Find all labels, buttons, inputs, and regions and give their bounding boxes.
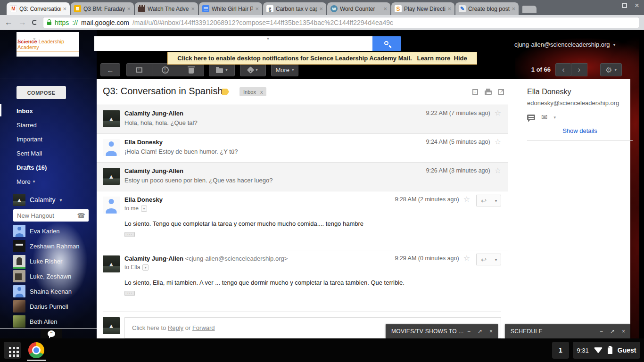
compose-button[interactable]: COMPOSE bbox=[17, 86, 66, 99]
notification-counter[interactable]: 1 bbox=[552, 342, 569, 359]
show-trimmed-content-button[interactable]: ⋯ bbox=[124, 291, 135, 296]
sidebar-item-inbox[interactable]: Inbox bbox=[17, 106, 33, 116]
chat-contact[interactable]: Shaina Keenan bbox=[13, 285, 72, 297]
chat-contact[interactable]: Eva Karlen bbox=[13, 225, 60, 237]
tab-close-icon[interactable]: × bbox=[447, 5, 451, 12]
label-tag-icon[interactable] bbox=[222, 89, 229, 95]
expand-all-icon[interactable]: ↓ bbox=[472, 89, 478, 95]
docked-window-movies[interactable]: MOVIES/TV SHOWS TO ... − ↗ × bbox=[386, 324, 498, 338]
new-tab-button[interactable] bbox=[522, 6, 537, 13]
report-spam-button[interactable]: ! bbox=[152, 63, 178, 76]
tab-gmail[interactable]: M Q3: Conversation × bbox=[7, 2, 70, 15]
chat-contact[interactable]: Luke Risher bbox=[13, 255, 62, 267]
tab-close-icon[interactable]: × bbox=[319, 5, 323, 12]
message-row-collapsed[interactable]: ▲ Calamity Jung-Allen Hola, hola, hola. … bbox=[97, 105, 508, 133]
email-icon[interactable]: ✉ bbox=[541, 115, 547, 120]
reply-link[interactable]: Reply bbox=[168, 324, 183, 331]
more-actions-button[interactable]: More▾ bbox=[271, 63, 298, 76]
older-conversation-button[interactable]: › bbox=[571, 63, 587, 76]
chip-remove-icon[interactable]: x bbox=[260, 89, 263, 95]
chat-contact[interactable]: Luke, Zeshawn bbox=[13, 270, 71, 282]
apps-grid-icon[interactable] bbox=[499, 40, 507, 48]
reply-button[interactable]: ↩ bbox=[476, 195, 491, 206]
settings-button[interactable]: ⚙▾ bbox=[600, 63, 622, 76]
tab-close-icon[interactable]: × bbox=[191, 5, 195, 12]
sidebar-item-drafts[interactable]: Drafts (16) bbox=[17, 162, 47, 173]
popout-icon[interactable]: ↗ bbox=[610, 328, 615, 335]
tab-word-counter[interactable]: W Word Counter × bbox=[327, 2, 390, 15]
forward-link[interactable]: Forward bbox=[192, 324, 215, 331]
recipient-line[interactable]: to me ▾ bbox=[124, 205, 163, 212]
account-menu[interactable]: cjung-allen@scienceleadership.org ▾ bbox=[514, 41, 616, 48]
reply-button[interactable]: ↩ bbox=[476, 254, 491, 265]
tab-close-icon[interactable]: × bbox=[383, 5, 387, 12]
tab-video[interactable]: Watch The Adven × bbox=[135, 2, 198, 15]
inbox-label-chip[interactable]: Inbox x bbox=[239, 87, 266, 96]
tab-slides[interactable]: Q3 BM: Faraday C × bbox=[71, 2, 134, 15]
move-to-button[interactable]: ▾ bbox=[209, 63, 235, 76]
sidebar-item-more[interactable]: More▾ bbox=[17, 176, 35, 187]
sidebar-item-important[interactable]: Important bbox=[17, 134, 42, 144]
tab-close-icon[interactable]: × bbox=[512, 5, 515, 12]
star-icon[interactable]: ☆ bbox=[463, 196, 470, 203]
newer-conversation-button[interactable]: ‹ bbox=[555, 63, 571, 76]
tab-blog-post[interactable]: ✎ Create blog post - × bbox=[455, 2, 519, 15]
search-input[interactable] bbox=[94, 36, 372, 51]
window-close-icon[interactable]: × bbox=[635, 3, 639, 8]
back-icon[interactable]: ← bbox=[5, 18, 13, 26]
lock-icon[interactable] bbox=[47, 22, 51, 25]
more-options-button[interactable]: ▾ bbox=[491, 254, 501, 265]
chat-contact[interactable]: Darius Purnell bbox=[13, 300, 68, 313]
new-hangout-input[interactable] bbox=[13, 212, 77, 219]
enable-notifications-link[interactable]: Click here to enable bbox=[177, 55, 235, 62]
message-row-collapsed[interactable]: ▲ Calamity Jung-Allen Estoy un poco suen… bbox=[97, 162, 508, 191]
sidebar-item-sent-mail[interactable]: Sent Mail bbox=[17, 148, 42, 158]
star-icon[interactable]: ☆ bbox=[495, 110, 501, 116]
recipient-line[interactable]: to Ella ▾ bbox=[124, 264, 288, 271]
archive-button[interactable]: ↓ bbox=[126, 63, 152, 76]
chat-icon[interactable] bbox=[527, 115, 535, 120]
omnibox[interactable]: https://mail.google.com/mail/u/0/#inbox/… bbox=[43, 17, 639, 28]
chat-contact[interactable]: Zeshawn Rahman bbox=[13, 240, 80, 252]
minimize-icon[interactable]: − bbox=[467, 328, 471, 335]
star-icon[interactable]: ☆ bbox=[463, 255, 470, 262]
chat-contact[interactable]: Beth Allen bbox=[13, 315, 58, 328]
hangouts-toggle[interactable]: ” bbox=[41, 329, 62, 338]
tab-scratch[interactable]: S Play New Directio × bbox=[391, 2, 454, 15]
learn-more-link[interactable]: Learn more bbox=[417, 55, 450, 62]
search-button[interactable] bbox=[372, 36, 401, 51]
details-caret-icon[interactable]: ▾ bbox=[141, 206, 147, 212]
labels-button[interactable]: ▾ bbox=[240, 63, 266, 76]
phone-icon[interactable]: ☎ bbox=[77, 212, 85, 219]
reload-icon[interactable] bbox=[32, 20, 37, 25]
show-details-link[interactable]: Show details bbox=[527, 127, 633, 134]
sidebar-item-starred[interactable]: Starred bbox=[17, 120, 37, 130]
tab-doc[interactable]: White Girl Hair Po × bbox=[199, 2, 262, 15]
chat-owner[interactable]: ▲ Calamity ▾ bbox=[13, 194, 62, 206]
chevron-down-icon[interactable]: ▾ bbox=[553, 115, 556, 120]
close-icon[interactable]: × bbox=[622, 328, 625, 335]
details-caret-icon[interactable]: ▾ bbox=[142, 264, 149, 271]
back-to-inbox-button[interactable]: ← bbox=[100, 63, 120, 76]
search-options-caret-icon[interactable]: ▾ bbox=[267, 36, 269, 41]
app-launcher-button[interactable] bbox=[4, 342, 21, 359]
tab-google-search[interactable]: g Carbon tax v cap- × bbox=[263, 2, 326, 15]
message-row-collapsed[interactable]: Ella Donesky ¡Hola Clam! Estoy de buen h… bbox=[97, 133, 508, 162]
tab-close-icon[interactable]: × bbox=[63, 5, 66, 12]
more-options-button[interactable]: ▾ bbox=[491, 195, 501, 206]
show-trimmed-content-button[interactable]: ⋯ bbox=[124, 232, 135, 237]
star-icon[interactable]: ☆ bbox=[495, 139, 501, 145]
star-icon[interactable]: ☆ bbox=[495, 167, 501, 174]
mail-menu[interactable]: Mail ▾ bbox=[17, 34, 35, 43]
close-icon[interactable]: × bbox=[489, 328, 493, 335]
docked-window-schedule[interactable]: SCHEDULE − ↗ × bbox=[505, 324, 630, 338]
hide-notification-link[interactable]: Hide bbox=[454, 55, 467, 62]
popout-icon[interactable]: ↗ bbox=[478, 328, 482, 335]
print-all-icon[interactable] bbox=[485, 90, 492, 95]
tab-close-icon[interactable]: × bbox=[255, 5, 259, 12]
minimize-icon[interactable]: − bbox=[600, 328, 603, 335]
chrome-icon[interactable] bbox=[28, 342, 44, 358]
window-maximize-icon[interactable] bbox=[622, 3, 627, 8]
new-window-icon[interactable]: ↗ bbox=[498, 89, 504, 95]
status-tray[interactable]: 9:31 Guest bbox=[573, 342, 640, 359]
